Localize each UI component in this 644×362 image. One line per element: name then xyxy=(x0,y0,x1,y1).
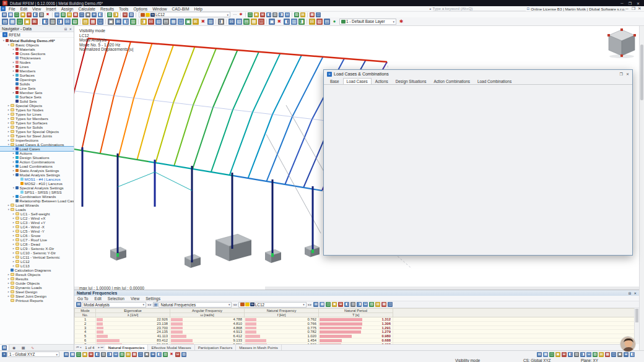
tab-actions[interactable]: Actions xyxy=(372,78,392,84)
freq-cell[interactable]: Mode xyxy=(75,309,96,313)
work-plane-icon[interactable]: ▥ xyxy=(272,12,277,17)
freq-cell[interactable] xyxy=(393,338,635,342)
star-red-icon[interactable]: ✱ xyxy=(238,12,243,17)
numbering-3-icon[interactable]: ◨ xyxy=(57,19,63,25)
deselect-icon[interactable]: ▦ xyxy=(9,19,15,25)
ortho-icon[interactable]: ◫ xyxy=(76,352,81,357)
del-red-icon[interactable]: ✖ xyxy=(169,352,174,357)
prev-icon[interactable]: ◂ ▸ xyxy=(147,303,151,306)
redo2-icon[interactable]: ✖ xyxy=(276,19,282,25)
table-tab-effective-modal-masses[interactable]: Effective Modal Masses xyxy=(148,345,194,350)
table2-icon[interactable]: ◧ xyxy=(344,302,349,307)
panel-title-bar[interactable]: Natural Frequencies ⊟ ✕ xyxy=(74,290,639,296)
dots-icon[interactable]: ⋯ xyxy=(232,12,237,17)
zoom-in-icon[interactable]: ⊞ xyxy=(32,19,38,25)
freq-cell[interactable]: T [s] xyxy=(319,313,393,317)
tree-item[interactable]: MOS2 - #10 | Lanczos xyxy=(0,181,74,186)
freq-cell[interactable]: 1.279 xyxy=(319,330,393,334)
tree-item[interactable]: ▸Steel Joint Design xyxy=(0,294,74,298)
frequencies-table[interactable]: ModeEigenvalueAngular FrequencyNatural F… xyxy=(74,308,634,344)
layers-1-icon[interactable]: ⊟ xyxy=(228,19,235,25)
minimize-button[interactable]: ─ xyxy=(618,1,626,5)
tree-item[interactable]: ▸LC6 - Snow xyxy=(0,233,74,238)
display-icon[interactable]: ▧ xyxy=(72,19,78,25)
render-mode-icon[interactable]: ▥ xyxy=(107,12,112,17)
panel-scrollbar[interactable] xyxy=(634,308,639,344)
panel-pin-icon[interactable]: ⊟ xyxy=(629,291,632,295)
tree-item[interactable]: ▸LC2 - Wind +X xyxy=(0,216,74,220)
tree-item[interactable]: Relationship Between Load Cases xyxy=(0,199,74,203)
redo-icon[interactable]: ✖ xyxy=(45,12,50,17)
tree-item[interactable]: Printout Reports xyxy=(0,298,74,303)
freq-cell[interactable]: Eigenvalue xyxy=(96,309,170,313)
zoom-window-icon[interactable]: ◫ xyxy=(17,19,23,25)
freq-cell[interactable]: Natural Frequency xyxy=(245,309,319,313)
doc-minimize-button[interactable]: ─ xyxy=(625,7,632,11)
menu-results[interactable]: Results xyxy=(98,7,116,11)
solid-icon[interactable]: ▣ xyxy=(555,352,560,357)
tree-item[interactable]: ▾Load Cases & Combinations xyxy=(0,142,74,147)
chart-icon[interactable]: ⊟ xyxy=(363,302,368,307)
view-left-icon[interactable]: ▤ xyxy=(67,12,72,17)
tree-item[interactable]: ▸Load Cases xyxy=(0,147,74,151)
ext-icon[interactable]: ▥ xyxy=(163,352,168,357)
divide-icon[interactable]: ⊞ xyxy=(193,19,199,25)
viewport-scrollbar[interactable] xyxy=(639,26,644,350)
plane2-icon[interactable]: ⊟ xyxy=(586,352,591,357)
tree-item[interactable]: ▾Basic Objects xyxy=(0,43,74,47)
link-icon[interactable]: ▦ xyxy=(320,302,324,307)
tree-item[interactable]: ▾Modal Analysis Settings xyxy=(0,173,74,177)
tree-item[interactable]: ▸Combination Wizards xyxy=(0,194,74,199)
tree-item[interactable]: ▸Members xyxy=(0,69,74,73)
printer-icon[interactable]: ▣ xyxy=(85,12,90,17)
nav-arrows-icon[interactable]: ◂ ▸ xyxy=(308,303,311,306)
dialog-title-bar[interactable]: ≣ Load Cases & Combinations ❐ ✕ xyxy=(324,70,632,78)
tree-item[interactable]: ▸Action Combinations xyxy=(0,160,74,164)
line3-icon[interactable]: ▤ xyxy=(599,352,604,357)
table-tab-masses-in-mesh-points[interactable]: Masses in Mesh Points xyxy=(236,345,282,350)
close-icon[interactable]: ✕ xyxy=(69,27,72,31)
lock-icon[interactable]: ▥ xyxy=(574,352,579,357)
menu-assign[interactable]: Assign xyxy=(59,7,76,11)
visibility-2-icon[interactable]: ▧ xyxy=(316,19,323,25)
plane3-icon[interactable]: ▧ xyxy=(593,352,598,357)
panel-lc-combo[interactable]: Gk LC12▾ xyxy=(238,302,307,308)
dialog-close-icon[interactable]: ✕ xyxy=(626,72,629,76)
freq-cell[interactable]: 4.913 xyxy=(170,330,245,334)
tree-item[interactable]: Solid Sets xyxy=(0,99,74,103)
osnap-icon[interactable]: ⊞ xyxy=(89,352,94,357)
cad3-icon[interactable]: ◨ xyxy=(107,352,112,357)
layers-4-icon[interactable]: ▦ xyxy=(251,19,257,25)
copy-object-icon[interactable]: ◨ xyxy=(141,19,147,25)
tree-item[interactable]: ▸LC8 - Dead xyxy=(0,242,74,246)
rfem-menu-icon[interactable]: ≣ xyxy=(1,6,6,11)
tree-item[interactable]: ▸LC10 - Seismic Y-Dir xyxy=(0,251,74,255)
maximize-button[interactable]: ❒ xyxy=(626,1,634,6)
poly-icon[interactable]: ▣ xyxy=(144,352,149,357)
freq-cell[interactable]: 1.291 xyxy=(319,325,393,330)
tree-item[interactable]: ▸LC3 - Wind +Y xyxy=(0,220,74,225)
load-case-combo[interactable]: Gk LC12▾ xyxy=(139,12,230,17)
box-icon[interactable]: ◨ xyxy=(298,19,305,25)
trim-icon[interactable]: ◫ xyxy=(178,19,184,25)
warning-icon[interactable]: ◧ xyxy=(284,19,290,25)
table-tab-participation-factors[interactable]: Participation Factors xyxy=(195,345,237,350)
freq-cell[interactable]: 1.454 xyxy=(245,338,319,342)
panel-menu-settings[interactable]: Settings xyxy=(142,296,163,301)
tree-item[interactable]: ▸Dynamic Loads xyxy=(0,285,74,290)
copy-icon[interactable]: ⊞ xyxy=(27,12,32,17)
tree-item[interactable]: ▸Surfaces xyxy=(0,73,74,77)
tree-item[interactable]: ▸Types for Nodes xyxy=(0,108,74,112)
tree-item[interactable]: ▸Static Analysis Settings xyxy=(0,168,74,173)
delete-red-icon[interactable]: ✖ xyxy=(200,19,206,25)
status-green-icon[interactable]: ● xyxy=(331,19,337,25)
freq-cell[interactable]: 3 xyxy=(75,325,96,330)
line2-icon[interactable]: ▦ xyxy=(132,352,137,357)
navigator-mode-row[interactable]: ≣ RFEM xyxy=(0,32,74,38)
angle-icon[interactable]: ▧ xyxy=(181,352,186,357)
tree-item[interactable]: ▸Result Objects xyxy=(0,272,74,277)
table-icon[interactable]: ⊞ xyxy=(92,12,97,17)
numbering-1-icon[interactable]: ◧ xyxy=(42,19,48,25)
section-icon[interactable]: ◫ xyxy=(97,19,103,25)
tree-item[interactable]: ▾Loads xyxy=(0,207,74,212)
